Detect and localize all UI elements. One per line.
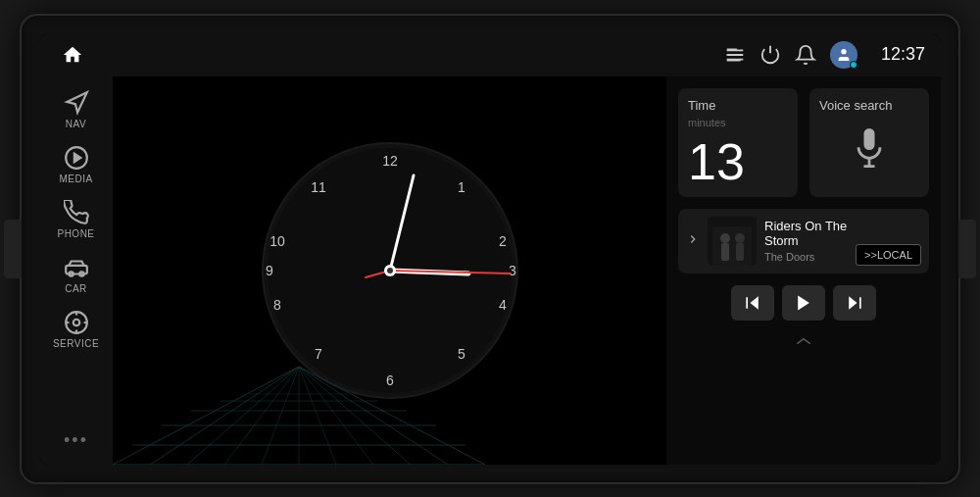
svg-line-29: [299, 367, 411, 465]
service-label: SERVICE: [53, 338, 99, 349]
nav-icon: [64, 90, 89, 116]
time-widget: Time minutes 13: [678, 88, 798, 197]
sidebar-item-nav[interactable]: NAV: [39, 82, 113, 137]
media-icon: [64, 145, 89, 171]
svg-text:3: 3: [509, 263, 516, 278]
phone-label: PHONE: [57, 228, 94, 239]
bell-icon[interactable]: [795, 44, 816, 66]
svg-point-10: [73, 319, 79, 325]
sidebar-item-service[interactable]: SERVICE: [39, 302, 113, 357]
time-widget-value: 13: [688, 136, 788, 187]
screen: 12:37 NAV MEDIA: [39, 33, 941, 465]
svg-text:1: 1: [458, 179, 466, 195]
voice-widget[interactable]: Voice search: [809, 88, 929, 197]
svg-line-23: [187, 367, 299, 465]
bracket-right: [958, 220, 976, 278]
device-frame: 12:37 NAV MEDIA: [20, 14, 960, 484]
svg-marker-62: [751, 296, 759, 309]
time-widget-title: Time: [688, 98, 788, 113]
svg-marker-64: [798, 295, 809, 310]
service-icon: [64, 310, 89, 335]
power-icon[interactable]: [760, 44, 781, 66]
local-button[interactable]: >>LOCAL: [856, 244, 921, 266]
svg-rect-52: [864, 128, 875, 150]
widgets-row: Time minutes 13 Voice search: [678, 88, 929, 197]
svg-marker-5: [74, 153, 80, 162]
playback-controls: [678, 285, 929, 321]
svg-line-28: [299, 367, 373, 465]
svg-text:11: 11: [311, 179, 326, 195]
nav-label: NAV: [66, 119, 86, 129]
media-label: MEDIA: [59, 174, 92, 184]
svg-text:10: 10: [270, 233, 285, 249]
bracket-left: [4, 220, 22, 278]
music-row: Riders On The Storm The Doors >>LOCAL: [678, 209, 929, 273]
top-bar-icons: [724, 41, 858, 69]
time-widget-sub: minutes: [688, 117, 788, 128]
car-label: CAR: [65, 283, 87, 294]
svg-line-30: [299, 367, 448, 465]
svg-line-24: [224, 367, 299, 465]
svg-line-22: [150, 367, 299, 465]
prev-button[interactable]: [731, 285, 774, 321]
sidebar-item-car[interactable]: CAR: [39, 247, 113, 302]
expand-button[interactable]: [686, 232, 700, 250]
microphone-icon: [852, 128, 887, 180]
sidebar: NAV MEDIA PHONE: [39, 76, 113, 465]
song-artist: The Doors: [764, 251, 848, 263]
car-icon: [64, 255, 89, 280]
svg-text:4: 4: [499, 297, 507, 313]
clock-area: 12 1 2 3 4 5 6 7 8 9 10 11: [113, 76, 666, 465]
svg-marker-65: [849, 296, 857, 309]
svg-line-31: [299, 367, 485, 465]
svg-text:12: 12: [382, 153, 398, 169]
play-button[interactable]: [782, 285, 825, 321]
next-button[interactable]: [833, 285, 876, 321]
right-panel: Time minutes 13 Voice search: [666, 76, 941, 465]
song-title: Riders On The Storm: [764, 219, 848, 248]
phone-icon: [64, 200, 89, 225]
svg-line-27: [299, 367, 336, 465]
home-button[interactable]: [55, 37, 90, 73]
user-avatar[interactable]: [830, 41, 858, 69]
bottom-chevron[interactable]: [678, 332, 929, 352]
song-info: Riders On The Storm The Doors: [764, 219, 848, 263]
sidebar-item-media[interactable]: MEDIA: [39, 137, 113, 192]
svg-rect-61: [708, 217, 757, 266]
menu-icon[interactable]: [724, 44, 746, 66]
album-art: [708, 217, 757, 266]
svg-line-25: [262, 367, 299, 465]
sidebar-item-phone[interactable]: PHONE: [39, 192, 113, 247]
svg-marker-3: [67, 92, 87, 113]
top-bar: 12:37: [39, 33, 941, 76]
voice-widget-title: Voice search: [819, 98, 892, 113]
grid-floor: [113, 269, 485, 465]
svg-line-21: [113, 367, 299, 465]
sidebar-more[interactable]: •••: [64, 422, 88, 459]
clock-time: 12:37: [881, 44, 925, 65]
svg-text:2: 2: [499, 233, 507, 249]
main-area: NAV MEDIA PHONE: [39, 76, 941, 465]
